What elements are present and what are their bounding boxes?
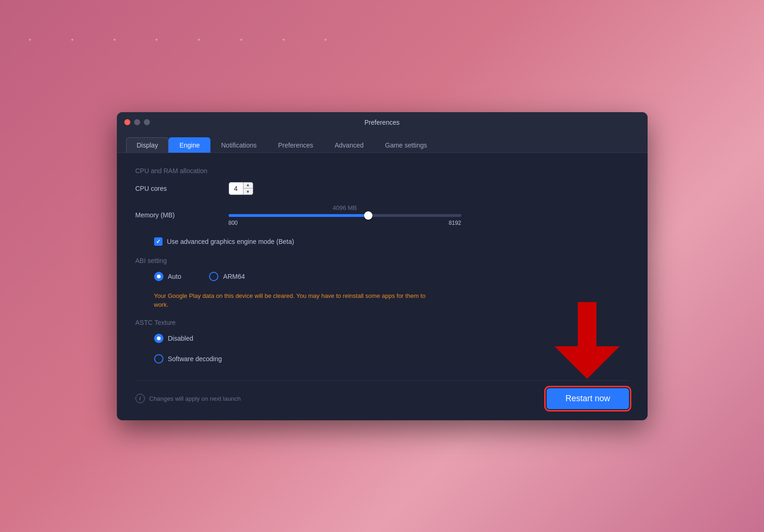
- cpu-cores-stepper[interactable]: 4 ▲ ▼: [229, 182, 253, 195]
- cpu-ram-section-title: CPU and RAM allocation: [135, 167, 629, 175]
- astc-disabled-radio[interactable]: [154, 334, 163, 343]
- tab-advanced[interactable]: Advanced: [324, 137, 374, 153]
- memory-slider-thumb[interactable]: [364, 211, 372, 220]
- stepper-up[interactable]: ▲: [243, 182, 253, 189]
- astc-disabled-label: Disabled: [168, 335, 193, 342]
- stepper-down[interactable]: ▼: [243, 189, 253, 195]
- abi-arm64-row: ARM64: [209, 272, 245, 281]
- close-button[interactable]: [124, 119, 130, 125]
- window-title: Preferences: [365, 119, 399, 126]
- astc-software-label: Software decoding: [168, 355, 222, 363]
- abi-warning-text: Your Google Play data on this device wil…: [154, 291, 433, 310]
- minimize-button[interactable]: [134, 119, 140, 125]
- memory-row: Memory (MB) 4096 MB 800 8192: [135, 204, 629, 226]
- traffic-lights: [124, 119, 150, 125]
- astc-software-radio[interactable]: [154, 354, 163, 364]
- abi-auto-row: Auto: [154, 272, 182, 281]
- astc-disabled-row: Disabled: [154, 334, 629, 343]
- memory-slider-range: 800 8192: [229, 220, 461, 226]
- tab-game-settings[interactable]: Game settings: [374, 137, 438, 153]
- cpu-cores-value: 4: [229, 185, 243, 192]
- tab-display[interactable]: Display: [126, 137, 169, 153]
- footer: i Changes will apply on next launch Rest…: [135, 380, 629, 409]
- restart-now-button[interactable]: Restart now: [547, 388, 629, 409]
- astc-software-row: Software decoding: [154, 354, 629, 364]
- restart-container: Restart now: [547, 388, 629, 409]
- astc-section: ASTC Texture Disabled Software decoding: [135, 319, 629, 369]
- tabs-bar: Display Engine Notifications Preferences…: [117, 133, 648, 153]
- info-icon: i: [135, 394, 145, 403]
- preferences-window: Preferences Display Engine Notifications…: [117, 112, 648, 420]
- cpu-cores-label: CPU cores: [135, 185, 229, 192]
- content-area: CPU and RAM allocation CPU cores 4 ▲ ▼ M…: [117, 153, 648, 420]
- graphics-checkbox-label: Use advanced graphics engine mode (Beta): [167, 238, 294, 245]
- check-icon: ✓: [156, 238, 161, 245]
- memory-label: Memory (MB): [135, 211, 229, 219]
- footer-info-text: Changes will apply on next launch: [149, 395, 241, 402]
- memory-min: 800: [229, 220, 238, 226]
- astc-section-title: ASTC Texture: [135, 319, 629, 326]
- graphics-checkbox[interactable]: ✓: [154, 237, 162, 246]
- cpu-cores-row: CPU cores 4 ▲ ▼: [135, 182, 629, 195]
- abi-auto-radio[interactable]: [154, 272, 163, 281]
- titlebar: Preferences: [117, 112, 648, 133]
- maximize-button[interactable]: [144, 119, 150, 125]
- abi-arm64-radio[interactable]: [209, 272, 218, 281]
- abi-auto-label: Auto: [168, 273, 182, 280]
- tab-notifications[interactable]: Notifications: [210, 137, 267, 153]
- radio-inner-auto: [157, 275, 161, 278]
- radio-inner-disabled: [157, 337, 161, 340]
- memory-max: 8192: [449, 220, 461, 226]
- memory-slider-fill: [229, 214, 368, 217]
- stepper-arrows: ▲ ▼: [243, 182, 253, 195]
- memory-value-label: 4096 MB: [229, 204, 461, 211]
- abi-arm64-label: ARM64: [223, 273, 245, 280]
- graphics-checkbox-row: ✓ Use advanced graphics engine mode (Bet…: [154, 237, 629, 246]
- tab-preferences[interactable]: Preferences: [267, 137, 324, 153]
- abi-section-title: ABI setting: [135, 257, 629, 264]
- astc-options: Disabled Software decoding: [154, 334, 629, 369]
- memory-slider-container: 4096 MB 800 8192: [229, 204, 461, 226]
- abi-section: ABI setting Auto ARM64 Your Google Play …: [135, 257, 629, 310]
- memory-slider-track[interactable]: [229, 214, 461, 217]
- abi-options: Auto ARM64: [154, 272, 629, 287]
- footer-info: i Changes will apply on next launch: [135, 394, 241, 403]
- tab-engine[interactable]: Engine: [169, 137, 210, 153]
